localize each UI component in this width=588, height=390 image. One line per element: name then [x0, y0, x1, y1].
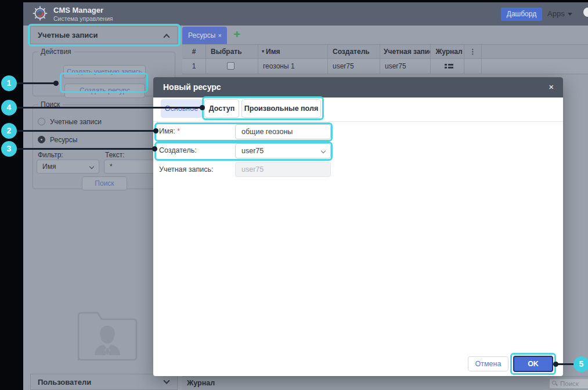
apps-menu[interactable]: Apps [547, 9, 572, 18]
radio-resources-label: Ресурсы [50, 136, 77, 144]
journal-panel-title: Журнал [187, 379, 215, 387]
account-field-label: Учетная запись: [159, 165, 213, 174]
callout-line-1 [16, 82, 56, 84]
callout-dot-2 [153, 128, 158, 133]
col-creator: Создатель [328, 45, 380, 58]
row-filler [482, 59, 588, 74]
close-tab-icon[interactable]: × [218, 27, 222, 44]
cell-num: 1 [182, 59, 206, 74]
radio-resources[interactable] [38, 136, 45, 143]
highlight-modal-tabs [202, 96, 324, 120]
text-label: Текст: [105, 151, 125, 159]
cell-menu [464, 59, 482, 74]
cancel-button[interactable]: Отмена [468, 356, 508, 371]
header-filler [482, 45, 588, 58]
callout-circle-5: 5 [573, 356, 588, 372]
actions-legend: Действия [38, 48, 74, 56]
account-input-disabled: user75 [235, 162, 331, 177]
search-button[interactable]: Поиск [82, 176, 127, 190]
new-resource-modal: Новый ресурс × Основное Доступ Произволь… [153, 77, 563, 376]
chevron-down-icon [163, 377, 169, 384]
tabs-divider [153, 121, 563, 122]
callout-dot-1 [53, 81, 59, 86]
filter-select[interactable]: Имя [37, 160, 99, 174]
modal-title: Новый ресурс [163, 82, 221, 92]
screenshot-stage: CMS Manager Система управления Дашборд A… [0, 0, 588, 390]
sidebar-accordion-users[interactable]: Пользователи [30, 374, 178, 390]
cell-account: user75 [380, 59, 431, 74]
callout-circle-4: 4 [1, 100, 17, 115]
callout-circle-2: 2 [1, 123, 17, 139]
column-menu-icon[interactable]: ⋮ [464, 45, 482, 58]
col-name[interactable]: ▾Имя [258, 45, 328, 58]
radio-accounts[interactable] [38, 118, 45, 125]
journal-panel-header[interactable]: Журнал Поиск [182, 376, 588, 390]
callout-line-4 [16, 107, 202, 109]
highlight-ok-button [510, 353, 556, 375]
users-folder-watermark-icon [71, 299, 143, 367]
callout-line-3 [16, 148, 154, 150]
app-subtitle: Система управления [53, 15, 113, 22]
highlight-create-resource [60, 73, 148, 93]
callout-circle-3: 3 [1, 141, 17, 157]
chevron-down-icon [568, 13, 572, 16]
add-tab-button[interactable]: + [233, 28, 240, 41]
highlight-name-field [154, 122, 333, 142]
col-journal: Журнал [431, 45, 464, 58]
radio-accounts-label: Учетные записи [50, 118, 102, 126]
table-header-row: # Выбрать ▾Имя Создатель Учетная запис Ж… [182, 44, 588, 59]
col-select: Выбрать [206, 45, 258, 58]
highlight-creator-field [154, 142, 333, 161]
table-row[interactable]: 1 геозоны 1 user75 user75 [182, 59, 588, 74]
filter-label: Фильтр: [38, 151, 63, 159]
callout-dot-5 [553, 362, 558, 367]
callout-dot-3 [152, 146, 157, 151]
app-name: CMS Manager [53, 6, 103, 15]
search-icon [552, 381, 556, 385]
cell-select [206, 59, 258, 74]
col-account: Учетная запис [380, 45, 431, 58]
tab-resources[interactable]: Ресурсы × [182, 27, 227, 44]
col-num: # [182, 45, 206, 58]
app-logo-gear-icon [32, 5, 48, 24]
modal-tab-main[interactable]: Основное [161, 99, 202, 118]
journal-list-icon[interactable] [445, 64, 453, 70]
callout-circle-1: 1 [1, 75, 17, 91]
sort-caret-icon: ▾ [262, 49, 264, 54]
callout-line-2 [16, 130, 156, 132]
cell-name: геозоны 1 [258, 59, 328, 74]
callout-dot-4 [200, 105, 205, 110]
row-checkbox[interactable] [227, 62, 235, 70]
cell-creator: user75 [328, 59, 380, 74]
dashboard-button[interactable]: Дашборд [501, 8, 542, 21]
journal-search-input[interactable]: Поиск [549, 378, 588, 389]
close-icon[interactable]: × [549, 82, 554, 92]
cell-journal [431, 59, 464, 74]
chevron-down-icon [89, 164, 94, 169]
highlight-accounts-accordion [28, 24, 181, 46]
modal-header: Новый ресурс × [153, 77, 563, 98]
